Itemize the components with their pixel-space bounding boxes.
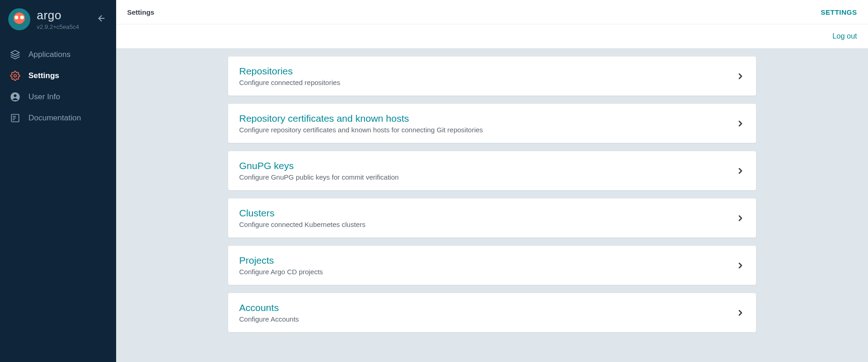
card-accounts[interactable]: Accounts Configure Accounts — [228, 293, 756, 332]
gear-icon — [10, 71, 20, 81]
card-repository-certificates[interactable]: Repository certificates and known hosts … — [228, 104, 756, 143]
card-description: Configure Accounts — [239, 315, 299, 323]
chevron-right-icon — [736, 214, 745, 223]
chevron-right-icon — [736, 166, 745, 175]
card-title: GnuPG keys — [239, 160, 399, 171]
card-text: Accounts Configure Accounts — [239, 302, 299, 323]
card-description: Configure repository certificates and kn… — [239, 126, 483, 134]
card-gnupg-keys[interactable]: GnuPG keys Configure GnuPG public keys f… — [228, 151, 756, 190]
topbar: Settings SETTINGS — [116, 0, 868, 24]
card-description: Configure connected repositories — [239, 79, 340, 86]
svg-point-2 — [14, 74, 17, 77]
card-title: Projects — [239, 255, 323, 266]
chevron-right-icon — [736, 119, 745, 128]
card-description: Configure GnuPG public keys for commit v… — [239, 173, 399, 181]
card-clusters[interactable]: Clusters Configure connected Kubernetes … — [228, 198, 756, 238]
card-text: Clusters Configure connected Kubernetes … — [239, 208, 365, 228]
collapse-sidebar-button[interactable] — [95, 12, 108, 25]
card-repositories[interactable]: Repositories Configure connected reposit… — [228, 57, 756, 96]
card-title: Repository certificates and known hosts — [239, 113, 483, 124]
card-title: Repositories — [239, 66, 340, 77]
brand-name: argo — [37, 8, 79, 23]
chevron-right-icon — [736, 261, 745, 270]
logout-link[interactable]: Log out — [833, 32, 857, 40]
book-icon — [10, 113, 20, 123]
brand-text: argo v2.9.2+c5ea5c4 — [37, 8, 79, 30]
sidebar-item-label: Applications — [28, 50, 71, 59]
layers-icon — [10, 50, 20, 60]
sidebar: argo v2.9.2+c5ea5c4 Applications Setting… — [0, 0, 116, 362]
breadcrumb: Settings — [127, 8, 154, 16]
chevron-right-icon — [736, 308, 745, 317]
card-text: Repositories Configure connected reposit… — [239, 66, 340, 86]
svg-marker-1 — [11, 51, 19, 55]
card-projects[interactable]: Projects Configure Argo CD projects — [228, 246, 756, 285]
card-description: Configure connected Kubernetes clusters — [239, 221, 365, 228]
arrow-left-icon — [97, 14, 106, 23]
card-title: Clusters — [239, 208, 365, 219]
card-text: Projects Configure Argo CD projects — [239, 255, 323, 276]
card-description: Configure Argo CD projects — [239, 268, 323, 276]
user-icon — [10, 92, 20, 102]
sidebar-item-label: User Info — [28, 92, 60, 102]
content: Repositories Configure connected reposit… — [116, 48, 868, 362]
svg-point-4 — [14, 94, 17, 97]
sidebar-nav: Applications Settings User Info Document… — [0, 44, 116, 129]
sidebar-item-label: Documentation — [28, 113, 81, 123]
sidebar-item-applications[interactable]: Applications — [0, 44, 116, 65]
sidebar-item-settings[interactable]: Settings — [0, 65, 116, 86]
page-context-label: SETTINGS — [821, 8, 857, 16]
card-text: Repository certificates and known hosts … — [239, 113, 483, 134]
main: Settings SETTINGS Log out Repositories C… — [116, 0, 868, 362]
subbar: Log out — [116, 24, 868, 48]
sidebar-item-documentation[interactable]: Documentation — [0, 107, 116, 129]
card-title: Accounts — [239, 302, 299, 313]
card-text: GnuPG keys Configure GnuPG public keys f… — [239, 160, 399, 181]
brand-version: v2.9.2+c5ea5c4 — [37, 23, 79, 30]
settings-cards: Repositories Configure connected reposit… — [228, 57, 756, 362]
sidebar-item-label: Settings — [28, 71, 59, 80]
argo-logo — [8, 8, 30, 30]
chevron-right-icon — [736, 72, 745, 81]
sidebar-item-user-info[interactable]: User Info — [0, 86, 116, 107]
sidebar-header: argo v2.9.2+c5ea5c4 — [0, 8, 116, 39]
